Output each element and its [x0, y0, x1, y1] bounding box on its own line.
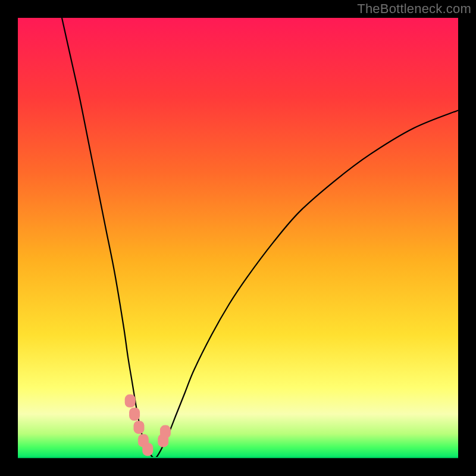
plot-area: [18, 18, 458, 458]
marker: [160, 425, 171, 439]
marker: [125, 394, 136, 408]
marker: [129, 408, 140, 421]
marker: [134, 421, 145, 434]
bottleneck-chart: [0, 0, 476, 476]
watermark-text: TheBottleneck.com: [357, 1, 471, 17]
chart-frame: TheBottleneck.com: [0, 0, 476, 476]
marker: [142, 443, 153, 456]
